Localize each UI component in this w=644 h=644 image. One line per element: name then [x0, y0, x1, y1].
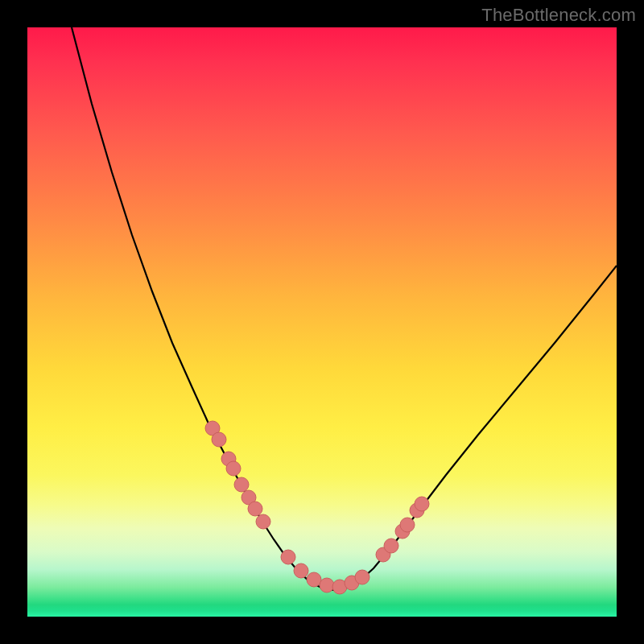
marker-dot: [212, 432, 226, 447]
marker-dot: [307, 572, 321, 587]
marker-dot: [281, 550, 295, 564]
watermark-text: TheBottleneck.com: [481, 5, 636, 26]
outer-frame: TheBottleneck.com: [0, 0, 644, 644]
highlight-markers: [205, 421, 429, 594]
marker-dot: [355, 570, 369, 584]
marker-dot: [415, 497, 429, 511]
bottleneck-curve: [72, 27, 617, 590]
plot-area: [27, 27, 617, 617]
marker-dot: [248, 502, 262, 516]
marker-dot: [226, 461, 241, 476]
marker-dot: [294, 564, 308, 578]
marker-dot: [234, 477, 249, 492]
marker-dot: [400, 518, 415, 532]
marker-dot: [384, 539, 398, 553]
marker-dot: [320, 578, 334, 592]
marker-dot: [256, 514, 270, 529]
curve-layer: [27, 27, 617, 617]
